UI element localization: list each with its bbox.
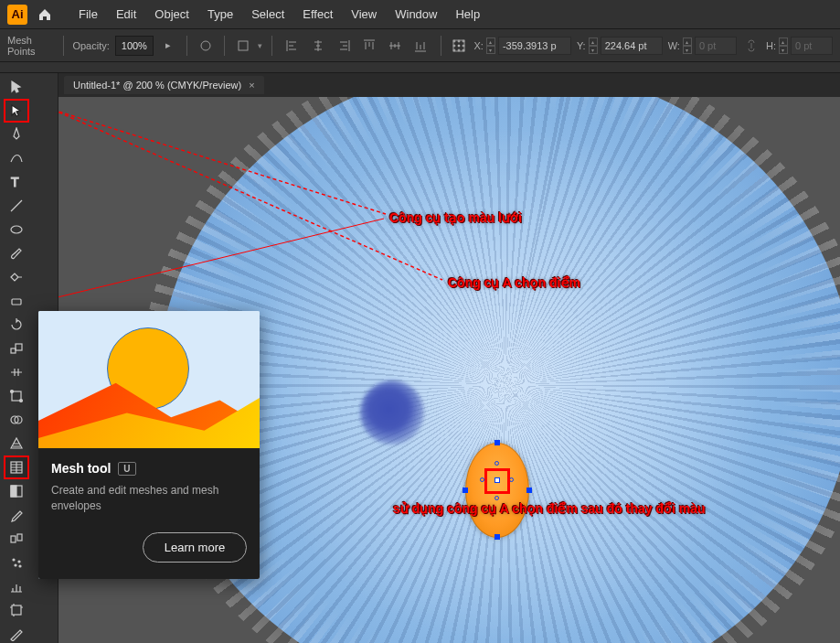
h-label: H:: [766, 40, 776, 51]
w-label: W:: [668, 40, 680, 51]
svg-point-7: [458, 45, 460, 47]
sub-bar: [0, 62, 840, 73]
width-tool[interactable]: [5, 361, 28, 383]
slice-tool[interactable]: [5, 623, 28, 643]
svg-point-6: [453, 45, 455, 47]
tooltip-shortcut: U: [118, 462, 135, 476]
align-group: [282, 35, 431, 57]
menu-type[interactable]: Type: [198, 0, 242, 29]
shaper-tool[interactable]: [5, 266, 28, 288]
tool-tooltip: Mesh tool U Create and edit meshes and m…: [38, 311, 260, 579]
y-field[interactable]: 224.64 pt: [601, 37, 663, 55]
type-tool[interactable]: T: [5, 171, 28, 193]
svg-point-30: [19, 565, 21, 567]
x-label: X:: [473, 40, 483, 51]
align-left-icon[interactable]: [282, 35, 303, 57]
align-hcenter-icon[interactable]: [307, 35, 329, 57]
rotate-tool[interactable]: [5, 314, 28, 336]
menu-effect[interactable]: Effect: [293, 0, 342, 29]
svg-rect-15: [11, 348, 16, 353]
crop-icon[interactable]: [234, 35, 252, 57]
h-field[interactable]: 0 pt: [791, 37, 833, 55]
svg-point-29: [15, 564, 16, 566]
svg-rect-31: [12, 605, 21, 615]
doc-tab[interactable]: Untitled-1* @ 200 % (CMYK/Preview) ×: [64, 76, 264, 94]
center-highlight: [484, 468, 510, 494]
svg-point-4: [458, 40, 460, 42]
align-vcenter-icon[interactable]: [384, 35, 406, 57]
tooltip-desc: Create and edit meshes and mesh envelope…: [51, 483, 247, 514]
fur-artwork: [157, 97, 840, 643]
transform-ref-icon[interactable]: [450, 35, 468, 57]
svg-point-27: [13, 559, 15, 561]
gradient-tool[interactable]: [5, 480, 28, 502]
options-mode: Mesh Points: [7, 35, 54, 57]
line-tool[interactable]: [5, 195, 28, 217]
svg-point-0: [201, 41, 210, 50]
home-icon[interactable]: [35, 5, 55, 25]
style-icon[interactable]: [197, 35, 215, 57]
menu-object[interactable]: Object: [145, 0, 198, 29]
app-logo[interactable]: Ai: [7, 5, 27, 25]
curvature-tool[interactable]: [5, 147, 28, 169]
opacity-label: Opacity:: [72, 40, 109, 51]
svg-text:T: T: [11, 175, 19, 189]
svg-point-9: [453, 49, 455, 51]
eyedropper-tool[interactable]: [5, 504, 28, 526]
svg-point-5: [463, 40, 464, 42]
graph-tool[interactable]: [5, 575, 28, 597]
menu-window[interactable]: Window: [386, 0, 446, 29]
svg-rect-1: [239, 41, 248, 50]
svg-rect-26: [17, 534, 22, 541]
ellipse-tool[interactable]: [5, 219, 28, 241]
tab-bar: Untitled-1* @ 200 % (CMYK/Preview) ×: [58, 73, 840, 97]
annot-usage: sử dụng công cụ A chọn điểm sau đó thay …: [393, 501, 706, 516]
annot-a-tool: Công cụ A chọn điểm: [448, 275, 580, 290]
svg-point-3: [453, 40, 455, 42]
paintbrush-tool[interactable]: [5, 242, 28, 264]
tooltip-illustration: [38, 311, 260, 448]
menu-file[interactable]: File: [69, 0, 107, 29]
svg-point-10: [458, 49, 460, 51]
menu-edit[interactable]: Edit: [107, 0, 145, 29]
shape-builder-tool[interactable]: [5, 409, 28, 431]
scale-tool[interactable]: [5, 338, 28, 359]
opacity-popup-icon[interactable]: ▸: [159, 35, 177, 57]
svg-point-11: [463, 49, 464, 51]
mesh-tool[interactable]: [5, 456, 28, 478]
svg-point-18: [11, 391, 14, 393]
eraser-tool[interactable]: [5, 290, 28, 312]
align-bottom-icon[interactable]: [409, 35, 431, 57]
svg-point-19: [20, 400, 23, 402]
direct-selection-tool[interactable]: [5, 100, 28, 122]
artboard-tool[interactable]: [5, 599, 28, 621]
menu-select[interactable]: Select: [242, 0, 293, 29]
menu-bar: Ai File Edit Object Type Select Effect V…: [0, 0, 840, 29]
blend-tool[interactable]: [5, 528, 28, 550]
tooltip-title: Mesh tool: [51, 461, 111, 476]
svg-rect-16: [16, 344, 22, 350]
link-wh-icon[interactable]: [742, 35, 760, 57]
free-transform-tool[interactable]: [5, 385, 28, 407]
selection-tool[interactable]: [5, 76, 28, 98]
svg-rect-17: [12, 391, 21, 401]
w-field[interactable]: 0 pt: [695, 37, 737, 55]
x-field[interactable]: -359.3913 p: [498, 37, 571, 55]
close-tab-icon[interactable]: ×: [249, 80, 254, 91]
perspective-tool[interactable]: [5, 433, 28, 455]
align-right-icon[interactable]: [333, 35, 355, 57]
mesh-object[interactable]: [465, 443, 529, 538]
doc-tab-label: Untitled-1* @ 200 % (CMYK/Preview): [73, 80, 241, 91]
align-top-icon[interactable]: [358, 35, 380, 57]
menu-help[interactable]: Help: [446, 0, 489, 29]
opacity-field[interactable]: 100%: [115, 36, 154, 56]
svg-rect-14: [12, 299, 21, 305]
pen-tool[interactable]: [5, 123, 28, 145]
menu-view[interactable]: View: [342, 0, 386, 29]
symbol-sprayer-tool[interactable]: [5, 552, 28, 573]
options-bar: Mesh Points Opacity: 100% ▸ ▾ X:▴▾-359.3…: [0, 29, 840, 62]
svg-point-8: [463, 45, 464, 47]
learn-more-button[interactable]: Learn more: [143, 532, 247, 563]
blue-blob: [360, 380, 424, 445]
svg-rect-25: [11, 536, 16, 542]
